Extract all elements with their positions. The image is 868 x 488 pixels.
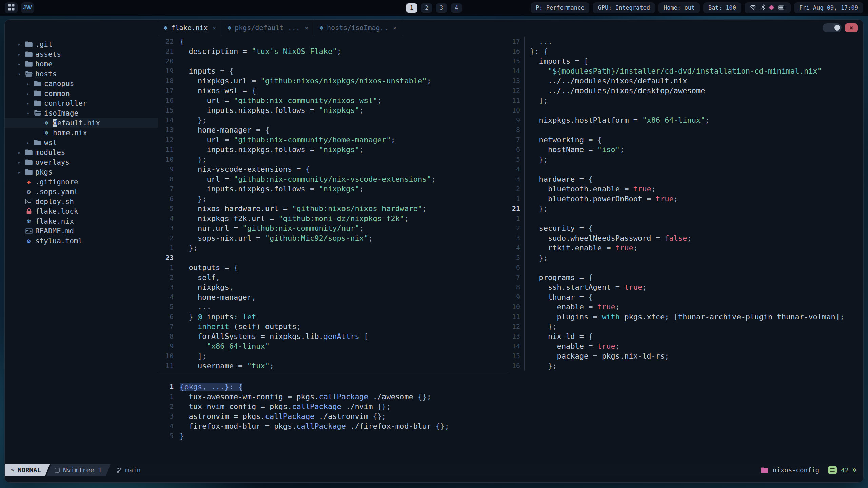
status-pill-gpu: GPU: Integrated [593,2,655,13]
tree-item-label: home.nix [52,129,87,137]
statusline-right: nixos-config 42 % [761,466,863,474]
tree-item-pkgs[interactable]: ▸pkgs [5,167,158,177]
code-text: self, [174,272,220,282]
flake-line-30: 7 inherit (self) outputs; [158,322,509,331]
tab-pkgs-default-...[interactable]: ❄pkgs/default ...× [222,20,314,36]
iso-line-15: 3 hardware = { [509,174,863,184]
code-text: bluetooth.powerOnBoot = true; [524,194,863,204]
iso-line-31: 13 nix-ld = { [509,331,863,341]
tree-item-canopus[interactable]: ▸canopus [5,79,158,88]
tree-item-home[interactable]: ▸home [5,59,158,69]
flake-line-34: 11 username = "tux"; [158,361,509,371]
code-text: inputs.nixpkgs.follows = "nixpkgs"; [174,105,364,115]
project-name: nixos-config [773,466,819,474]
line-number: 16 [509,46,520,56]
tree-item-.sops.yaml[interactable]: ⚙.sops.yaml [5,187,158,197]
pkgs-line-1: 1{pkgs, ...}: { [158,382,509,392]
bluetooth-icon[interactable] [761,4,765,12]
code-text: programs = { [524,272,863,282]
tree-item-wsl[interactable]: ▸wsl [5,138,158,147]
code-text: home-manager, [174,292,256,302]
code-text: } @ inputs: let [174,312,256,322]
editor-flake-nix[interactable]: 22{21 description = "tux's NixOS Flake";… [158,36,509,372]
tree-item-label: common [43,89,70,98]
folder-icon [33,90,43,97]
flake-line-22: 1 }; [158,243,509,253]
tree-item-README.md[interactable]: README.md [5,226,158,236]
wifi-icon[interactable] [750,4,757,12]
bufferline: ❄flake.nix×❄pkgs/default ...×❄hosts/isoI… [5,20,863,36]
tree-item-assets[interactable]: ▸assets [5,49,158,59]
battery-icon[interactable] [778,4,786,11]
iso-line-8: 10 [509,105,863,115]
tree-item-label: default.nix [52,119,100,127]
editor-pkgs-default-nix[interactable]: 1{pkgs, ...}: {1 tux-awesome-wm-config =… [158,372,509,464]
tree-item-overlays[interactable]: ▸overlays [5,157,158,167]
tree-item-home.nix[interactable]: ❄home.nix [5,128,158,138]
tree-item-hosts[interactable]: ▾hosts [5,69,158,79]
code-text: url = "github:nix-community/nix-vscode-e… [174,174,436,184]
magenta-dot-icon[interactable] [769,4,774,11]
tree-item-controller[interactable]: ▸controller [5,98,158,108]
tree-item-stylua.toml[interactable]: ⚙stylua.toml [5,236,158,246]
tab-hosts-isoImag..[interactable]: ❄hosts/isoImag..× [314,20,402,36]
tree-item-.git[interactable]: ▸.git [5,39,158,49]
grid-icon [8,4,15,12]
workspace-4[interactable]: 4 [451,3,462,13]
tree-item-.gitignore[interactable]: ◆.gitignore [5,177,158,187]
iso-line-7: 11 ]; [509,96,863,105]
app-launcher-button[interactable] [5,2,18,13]
tree-item-label: controller [43,99,87,107]
tree-item-default.nix[interactable]: ❄default.nix [5,118,158,128]
code-text: }; [524,322,863,331]
tray [745,2,791,13]
code-text: rtkit.enable = true; [524,243,863,253]
tab-close-icon[interactable]: × [213,24,216,32]
nix-icon: ❄ [41,129,52,136]
code-text [174,56,180,66]
status-pill-performance: P: Performance [531,2,589,13]
tab-flake.nix[interactable]: ❄flake.nix× [158,20,222,36]
code-text: home-manager = { [174,125,270,135]
opacity-toggle-button[interactable] [823,23,842,32]
tree-item-isoImage[interactable]: ▾isoImage [5,108,158,118]
folder-icon [24,61,34,67]
code-text [174,253,180,263]
tab-close-icon[interactable]: × [393,24,397,32]
tab-label: pkgs/default ... [235,24,300,32]
iso-line-29: 11 plugins = with pkgs.xfce; [thunar-arc… [509,312,863,322]
workspace-3[interactable]: 3 [436,3,447,13]
code-text: hardware = { [524,174,863,184]
tree-item-label: flake.lock [34,207,78,216]
tree-item-deploy.sh[interactable]: deploy.sh [5,197,158,206]
flake-line-7: 16 url = "github:nix-community/nixos-wsl… [158,96,509,105]
topbar-left: JW [5,2,34,13]
window-close-button[interactable]: × [845,23,858,32]
folder-icon [33,139,43,146]
code-text: imports = [ [524,56,863,66]
tree-item-common[interactable]: ▸common [5,88,158,98]
code-text [524,125,863,135]
tree-item-modules[interactable]: ▸modules [5,147,158,157]
iso-line-5: 13 ../../modules/nixos/default.nix [509,76,863,86]
editor-hosts-isoimage-default-nix[interactable]: 17 ...16}: {15 imports = [14 "${modulesP… [509,37,863,371]
flake-line-16: 7 inputs.nixpkgs.follows = "nixpkgs"; [158,184,509,194]
code-text: nix-vscode-extensions = { [174,164,310,174]
iso-line-34: 16 }; [509,361,863,371]
line-number: 17 [509,37,520,46]
flake-line-21: 2 sops-nix.url = "github:Mic92/sops-nix"… [158,233,509,243]
iso-line-12: 6 hostName = "iso"; [509,145,863,155]
line-number: 21 [509,204,520,214]
workspace-1[interactable]: 1 [406,3,417,13]
flake-line-27: 4 home-manager, [158,292,509,302]
tree-item-flake.lock[interactable]: flake.lock [5,206,158,216]
tab-close-icon[interactable]: × [305,24,309,32]
nix-snowflake-icon: ❄ [320,24,323,32]
line-number: 2 [509,223,520,233]
logo-button[interactable]: JW [21,2,34,13]
code-text: nur.url = "github:nix-community/nur"; [174,223,364,233]
iso-line-17: 1 bluetooth.powerOnBoot = true; [509,194,863,204]
workspace-2[interactable]: 2 [421,3,432,13]
tree-item-label: pkgs [34,168,53,176]
tree-item-flake.nix[interactable]: ❄flake.nix [5,216,158,226]
